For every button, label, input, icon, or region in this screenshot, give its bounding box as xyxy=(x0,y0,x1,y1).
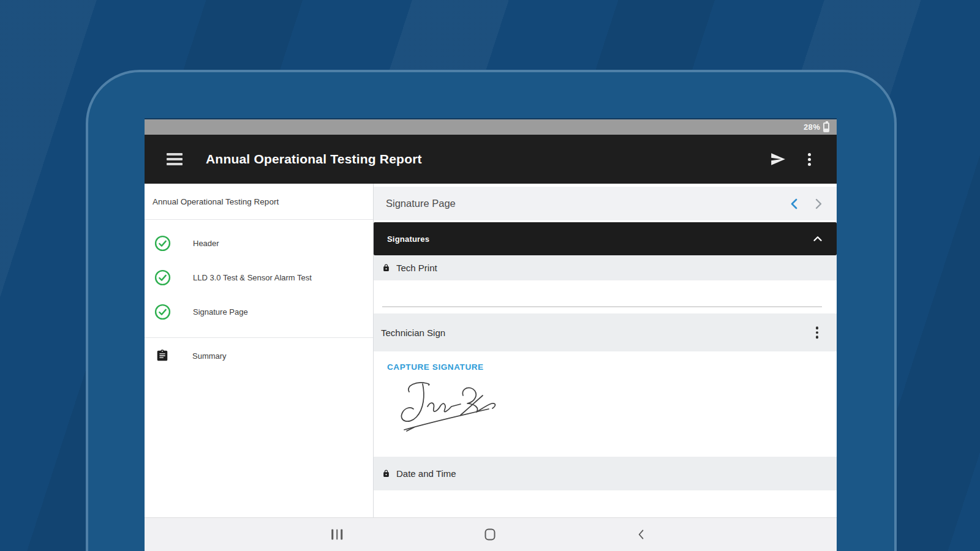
sidebar-section-list: Header LLD 3.0 Test & Sensor Alarm Test xyxy=(145,220,373,329)
technician-sign-row: Technician Sign xyxy=(374,313,837,351)
sidebar-item-label: Header xyxy=(193,239,219,248)
chevron-up-icon[interactable] xyxy=(811,232,824,246)
check-circle-icon xyxy=(154,269,171,286)
sidebar-item-summary[interactable]: Summary xyxy=(145,338,373,373)
send-icon[interactable] xyxy=(770,151,786,167)
menu-icon[interactable] xyxy=(167,151,183,167)
app-bar-actions xyxy=(770,151,822,167)
home-icon[interactable] xyxy=(485,529,496,541)
capture-signature-button[interactable]: CAPTURE SIGNATURE xyxy=(387,362,484,372)
date-and-time-label: Date and Time xyxy=(396,468,456,479)
check-circle-icon xyxy=(154,304,171,320)
overflow-menu-icon[interactable] xyxy=(804,152,815,167)
page-header: Signature Page xyxy=(374,187,837,220)
app-title: Annual Operational Testing Report xyxy=(206,152,422,167)
lock-icon xyxy=(382,264,390,272)
input-underline xyxy=(382,306,822,307)
sidebar: Annual Operational Testing Report Header xyxy=(145,184,374,517)
sidebar-report-title: Annual Operational Testing Report xyxy=(145,184,373,219)
app-bar: Annual Operational Testing Report xyxy=(145,135,837,184)
content-panel: Signature Page Signatures xyxy=(374,184,837,517)
signatures-section-header[interactable]: Signatures xyxy=(374,222,837,255)
page-navigation xyxy=(788,197,826,211)
sidebar-item-label: Summary xyxy=(192,351,227,361)
promo-background: 28% Annual Operational Testing Report xyxy=(0,0,980,551)
lock-icon xyxy=(382,470,390,478)
signature-area: CAPTURE SIGNATURE xyxy=(374,351,837,457)
tech-print-row: Tech Print xyxy=(374,255,837,280)
technician-sign-label: Technician Sign xyxy=(381,328,445,338)
battery-icon xyxy=(823,122,829,132)
check-circle-icon xyxy=(154,235,171,252)
recents-icon[interactable] xyxy=(331,530,342,540)
chevron-right-icon[interactable] xyxy=(811,197,826,211)
battery-percent: 28% xyxy=(804,122,820,132)
kebab-menu-icon[interactable] xyxy=(812,325,823,340)
sidebar-item-signature-page[interactable]: Signature Page xyxy=(145,294,373,329)
android-nav-bar xyxy=(145,517,837,551)
sidebar-item-label: Signature Page xyxy=(193,307,248,317)
app-body: Annual Operational Testing Report Header xyxy=(145,184,837,517)
battery-fill xyxy=(824,129,828,130)
clipboard-icon xyxy=(156,349,169,362)
date-and-time-row: Date and Time xyxy=(374,457,837,490)
chevron-left-icon[interactable] xyxy=(788,197,802,211)
back-icon[interactable] xyxy=(635,528,647,541)
sidebar-item-header[interactable]: Header xyxy=(145,226,373,260)
signature-image xyxy=(392,373,837,437)
content-filler xyxy=(374,490,837,517)
sidebar-item-label: LLD 3.0 Test & Sensor Alarm Test xyxy=(193,273,312,282)
tablet-screen: 28% Annual Operational Testing Report xyxy=(145,118,837,551)
tech-print-input[interactable] xyxy=(374,280,837,313)
page-title: Signature Page xyxy=(386,198,456,209)
tech-print-label: Tech Print xyxy=(396,263,437,273)
section-title: Signatures xyxy=(387,234,429,244)
sidebar-item-lld-test[interactable]: LLD 3.0 Test & Sensor Alarm Test xyxy=(145,260,373,294)
status-bar: 28% xyxy=(145,119,837,135)
